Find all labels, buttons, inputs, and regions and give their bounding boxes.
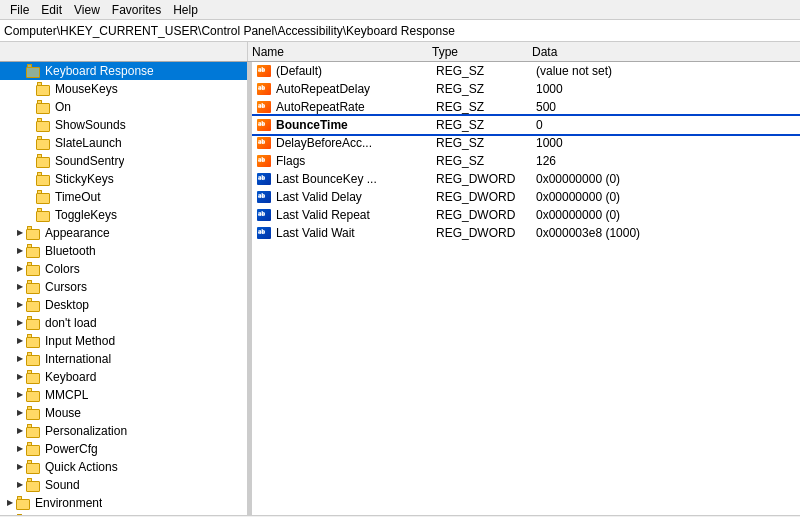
data-cell-name-delay-before-acc: DelayBeforeAcc...	[276, 136, 436, 150]
registry-icon-last-valid-wait: ab	[256, 226, 272, 240]
data-panel: ab(Default)REG_SZ(value not set)abAutoRe…	[252, 62, 800, 515]
tree-arrow-bluetooth: ▶	[14, 245, 26, 257]
tree-item-mouse[interactable]: ▶Mouse	[0, 404, 247, 422]
tree-arrow-slate-launch	[24, 137, 36, 149]
data-row-last-valid-delay[interactable]: abLast Valid DelayREG_DWORD0x00000000 (0…	[252, 188, 800, 206]
data-row-default[interactable]: ab(Default)REG_SZ(value not set)	[252, 62, 800, 80]
registry-icon-auto-repeat-rate: ab	[256, 100, 272, 114]
tree-label-toggle-keys: ToggleKeys	[55, 208, 117, 222]
tree-arrow-dont-load: ▶	[14, 317, 26, 329]
tree-item-bluetooth[interactable]: ▶Bluetooth	[0, 242, 247, 260]
tree-arrow-international: ▶	[14, 353, 26, 365]
tree-item-personalization[interactable]: ▶Personalization	[0, 422, 247, 440]
registry-icon-auto-repeat-delay: ab	[256, 82, 272, 96]
folder-icon-personalization	[26, 424, 42, 438]
tree-label-show-sounds: ShowSounds	[55, 118, 126, 132]
tree-arrow-input-method: ▶	[14, 335, 26, 347]
folder-icon-bluetooth	[26, 244, 42, 258]
data-cell-data-flags: 126	[536, 154, 796, 168]
data-row-delay-before-acc[interactable]: abDelayBeforeAcc...REG_SZ1000	[252, 134, 800, 152]
tree-item-show-sounds[interactable]: ShowSounds	[0, 116, 247, 134]
tree-item-sound[interactable]: ▶Sound	[0, 476, 247, 494]
tree-label-sound: Sound	[45, 478, 80, 492]
tree-arrow-sound: ▶	[14, 479, 26, 491]
tree-arrow-mouse: ▶	[14, 407, 26, 419]
tree-arrow-show-sounds	[24, 119, 36, 131]
data-cell-type-last-valid-wait: REG_DWORD	[436, 226, 536, 240]
tree-item-environment[interactable]: ▶Environment	[0, 494, 247, 512]
tree-item-international[interactable]: ▶International	[0, 350, 247, 368]
folder-icon-on	[36, 100, 52, 114]
tree-label-slate-launch: SlateLaunch	[55, 136, 122, 150]
registry-icon-flags: ab	[256, 154, 272, 168]
tree-item-input-method[interactable]: ▶Input Method	[0, 332, 247, 350]
tree-label-keyboard-response: Keyboard Response	[45, 64, 154, 78]
data-cell-data-last-valid-repeat: 0x00000000 (0)	[536, 208, 796, 222]
tree-arrow-mouse-keys	[24, 83, 36, 95]
tree-item-keyboard-response[interactable]: Keyboard Response	[0, 62, 247, 80]
menu-bar: File Edit View Favorites Help	[0, 0, 800, 20]
tree-label-on: On	[55, 100, 71, 114]
data-row-auto-repeat-rate[interactable]: abAutoRepeatRateREG_SZ500	[252, 98, 800, 116]
data-cell-type-flags: REG_SZ	[436, 154, 536, 168]
folder-icon-powercfg	[26, 442, 42, 456]
tree-item-appearance[interactable]: ▶Appearance	[0, 224, 247, 242]
data-row-bounce-time[interactable]: abBounceTimeREG_SZ0	[252, 116, 800, 134]
folder-icon-sticky-keys	[36, 172, 52, 186]
tree-arrow-personalization: ▶	[14, 425, 26, 437]
data-cell-name-last-valid-wait: Last Valid Wait	[276, 226, 436, 240]
tree-panel: Keyboard ResponseMouseKeysOnShowSoundsSl…	[0, 62, 248, 515]
data-row-auto-repeat-delay[interactable]: abAutoRepeatDelayREG_SZ1000	[252, 80, 800, 98]
data-cell-type-auto-repeat-delay: REG_SZ	[436, 82, 536, 96]
folder-icon-keyboard-response	[26, 64, 42, 78]
tree-label-input-method: Input Method	[45, 334, 115, 348]
tree-item-colors[interactable]: ▶Colors	[0, 260, 247, 278]
tree-item-desktop[interactable]: ▶Desktop	[0, 296, 247, 314]
menu-file[interactable]: File	[4, 1, 35, 19]
tree-item-eudc[interactable]: ▶EUDC	[0, 512, 247, 515]
folder-icon-cursors	[26, 280, 42, 294]
data-cell-data-default: (value not set)	[536, 64, 796, 78]
tree-item-powercfg[interactable]: ▶PowerCfg	[0, 440, 247, 458]
folder-icon-sound	[26, 478, 42, 492]
folder-icon-input-method	[26, 334, 42, 348]
tree-item-sound-sentry[interactable]: SoundSentry	[0, 152, 247, 170]
tree-item-mouse-keys[interactable]: MouseKeys	[0, 80, 247, 98]
data-cell-name-bounce-time: BounceTime	[276, 118, 436, 132]
tree-item-cursors[interactable]: ▶Cursors	[0, 278, 247, 296]
menu-edit[interactable]: Edit	[35, 1, 68, 19]
menu-favorites[interactable]: Favorites	[106, 1, 167, 19]
tree-item-quick-actions[interactable]: ▶Quick Actions	[0, 458, 247, 476]
data-row-flags[interactable]: abFlagsREG_SZ126	[252, 152, 800, 170]
tree-label-international: International	[45, 352, 111, 366]
tree-item-sticky-keys[interactable]: StickyKeys	[0, 170, 247, 188]
tree-label-eudc: EUDC	[35, 514, 69, 515]
folder-icon-dont-load	[26, 316, 42, 330]
tree-arrow-sound-sentry	[24, 155, 36, 167]
data-cell-name-last-bounce-key: Last BounceKey ...	[276, 172, 436, 186]
tree-arrow-mmcpl: ▶	[14, 389, 26, 401]
tree-item-keyboard[interactable]: ▶Keyboard	[0, 368, 247, 386]
tree-item-mmcpl[interactable]: ▶MMCPL	[0, 386, 247, 404]
col-header-data: Data	[532, 45, 796, 59]
folder-icon-show-sounds	[36, 118, 52, 132]
data-row-last-bounce-key[interactable]: abLast BounceKey ...REG_DWORD0x00000000 …	[252, 170, 800, 188]
tree-arrow-powercfg: ▶	[14, 443, 26, 455]
data-cell-name-last-valid-repeat: Last Valid Repeat	[276, 208, 436, 222]
registry-icon-last-valid-repeat: ab	[256, 208, 272, 222]
data-cell-type-last-valid-delay: REG_DWORD	[436, 190, 536, 204]
tree-item-toggle-keys[interactable]: ToggleKeys	[0, 206, 247, 224]
data-cell-type-auto-repeat-rate: REG_SZ	[436, 100, 536, 114]
tree-item-time-out[interactable]: TimeOut	[0, 188, 247, 206]
menu-view[interactable]: View	[68, 1, 106, 19]
data-row-last-valid-wait[interactable]: abLast Valid WaitREG_DWORD0x000003e8 (10…	[252, 224, 800, 242]
tree-item-slate-launch[interactable]: SlateLaunch	[0, 134, 247, 152]
tree-item-on[interactable]: On	[0, 98, 247, 116]
tree-label-bluetooth: Bluetooth	[45, 244, 96, 258]
tree-item-dont-load[interactable]: ▶don't load	[0, 314, 247, 332]
data-row-last-valid-repeat[interactable]: abLast Valid RepeatREG_DWORD0x00000000 (…	[252, 206, 800, 224]
tree-label-desktop: Desktop	[45, 298, 89, 312]
registry-icon-default: ab	[256, 64, 272, 78]
data-cell-data-last-valid-delay: 0x00000000 (0)	[536, 190, 796, 204]
menu-help[interactable]: Help	[167, 1, 204, 19]
